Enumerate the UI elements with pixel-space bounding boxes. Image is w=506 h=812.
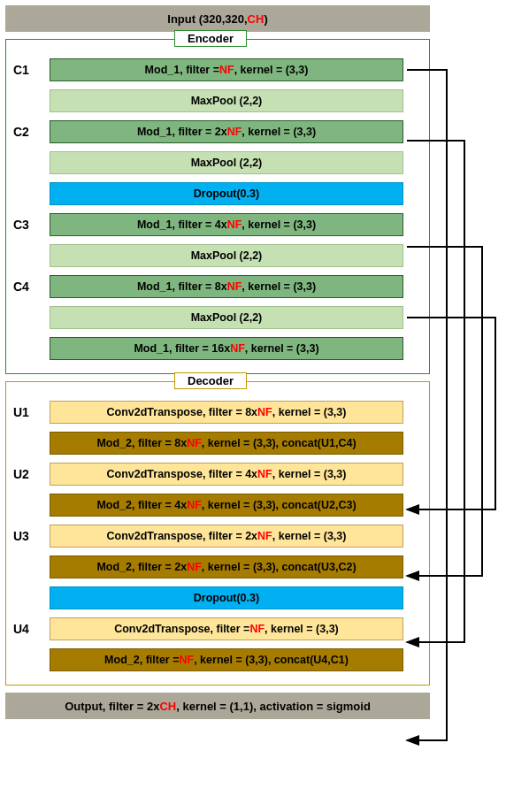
- c1-label: C1: [6, 63, 46, 77]
- decoder-section: Decoder U1Conv2dTranspose, filter = 8xNF…: [5, 381, 430, 686]
- maxpool-1: MaxPool (2,2): [50, 89, 403, 112]
- dropout-1: Dropout(0.3): [50, 182, 403, 205]
- c4-label: C4: [6, 280, 46, 294]
- maxpool-3: MaxPool (2,2): [50, 244, 403, 267]
- u1-block: Conv2dTranspose, filter = 8xNF, kernel =…: [50, 401, 403, 424]
- c2-label: C2: [6, 125, 46, 139]
- m2-block: Mod_2, filter = 4xNF, kernel = (3,3), co…: [50, 494, 403, 517]
- decoder-label: Decoder: [174, 372, 247, 389]
- dropout-2: Dropout(0.3): [50, 586, 403, 609]
- u1-label: U1: [6, 405, 46, 419]
- u3-block: Conv2dTranspose, filter = 2xNF, kernel =…: [50, 525, 403, 548]
- m3-block: Mod_2, filter = 2xNF, kernel = (3,3), co…: [50, 555, 403, 578]
- output-block: Output, filter = 2xCH, kernel = (1,1), a…: [5, 693, 430, 719]
- maxpool-4: MaxPool (2,2): [50, 306, 403, 329]
- u2-label: U2: [6, 467, 46, 481]
- u4-label: U4: [6, 622, 46, 636]
- c2-block: Mod_1, filter = 2xNF, kernel = (3,3): [50, 120, 403, 143]
- input-block: Input (320,320,CH): [5, 5, 430, 32]
- m4-block: Mod_2, filter = NF, kernel = (3,3), conc…: [50, 648, 403, 671]
- maxpool-2: MaxPool (2,2): [50, 151, 403, 174]
- u2-block: Conv2dTranspose, filter = 4xNF, kernel =…: [50, 463, 403, 486]
- m1-block: Mod_2, filter = 8xNF, kernel = (3,3), co…: [50, 432, 403, 455]
- c3-block: Mod_1, filter = 4xNF, kernel = (3,3): [50, 213, 403, 236]
- c1-block: Mod_1, filter = NF, kernel = (3,3): [50, 58, 403, 81]
- u4-block: Conv2dTranspose, filter = NF, kernel = (…: [50, 617, 403, 640]
- encoder-section: Encoder C1Mod_1, filter = NF, kernel = (…: [5, 39, 430, 374]
- c3-label: C3: [6, 218, 46, 232]
- c4-block: Mod_1, filter = 8xNF, kernel = (3,3): [50, 275, 403, 298]
- u3-label: U3: [6, 529, 46, 543]
- encoder-label: Encoder: [174, 30, 247, 47]
- c5-block: Mod_1, filter = 16xNF, kernel = (3,3): [50, 337, 403, 360]
